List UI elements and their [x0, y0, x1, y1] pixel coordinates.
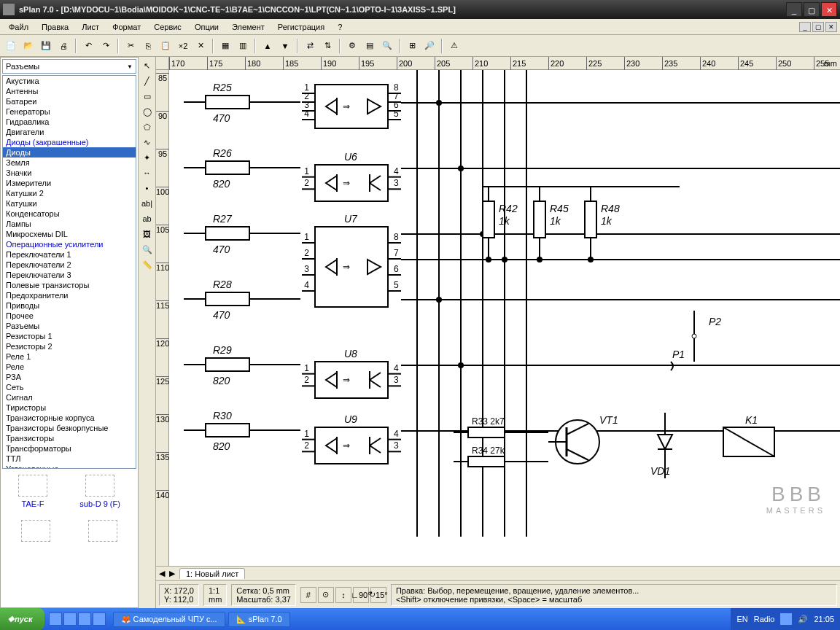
measure-tool[interactable]: 📏	[140, 257, 155, 272]
category-item[interactable]: Измерители	[3, 178, 136, 188]
rect-tool[interactable]: ▭	[140, 89, 155, 104]
ql-4[interactable]	[93, 612, 106, 626]
category-item[interactable]: Земля	[3, 158, 136, 168]
zoom-button[interactable]: 🔎	[421, 38, 438, 54]
print-button[interactable]: 🖨	[55, 38, 71, 54]
cut-button[interactable]: ✂	[122, 38, 139, 54]
category-item[interactable]: Конденсаторы	[3, 209, 136, 219]
category-item[interactable]: Лампы	[3, 219, 136, 229]
close-button[interactable]: ✕	[821, 2, 837, 17]
snap-toggle[interactable]: ⊙	[318, 587, 334, 603]
menu-options[interactable]: Опции	[189, 21, 225, 33]
category-item[interactable]: Акустика	[3, 76, 136, 86]
grid-toggle[interactable]: #	[300, 587, 316, 603]
category-item[interactable]: Прочее	[3, 311, 136, 321]
category-item[interactable]: Резисторы 1	[3, 331, 136, 341]
tray-icon[interactable]	[780, 613, 792, 625]
task-browser[interactable]: 🦊 Самодельный ЧПУ с...	[113, 612, 225, 627]
maximize-button[interactable]: ▢	[804, 2, 820, 17]
group-button[interactable]: ▦	[217, 38, 233, 54]
minimize-button[interactable]: _	[786, 2, 802, 17]
ruler-toggle[interactable]: ↕	[335, 587, 351, 603]
dup-button[interactable]: ×2	[175, 38, 191, 54]
category-item[interactable]: Переключатели 1	[3, 249, 136, 260]
copy-button[interactable]: ⎘	[140, 38, 156, 54]
category-item[interactable]: Генераторы	[3, 106, 136, 117]
flip-v-button[interactable]: ⇅	[319, 38, 335, 54]
angle-button[interactable]: ∟90°	[353, 587, 369, 603]
undo-button[interactable]: ↶	[80, 38, 96, 54]
node-tool[interactable]: •	[140, 181, 155, 195]
ql-3[interactable]	[78, 612, 91, 626]
category-item[interactable]: Катушки	[3, 198, 136, 209]
mdi-min[interactable]: _	[799, 22, 811, 32]
menu-register[interactable]: Регистрация	[272, 21, 330, 33]
category-item[interactable]: Двигатели	[3, 127, 136, 137]
schematic-canvas[interactable]: R25470 R26820 R27470 R28470 R29820 R3082…	[169, 70, 840, 566]
text-tool[interactable]: ab|	[140, 196, 155, 211]
search-button[interactable]: 🔍	[379, 38, 395, 54]
category-item[interactable]: Тиристоры	[3, 402, 136, 413]
category-item[interactable]: Резисторы 2	[3, 341, 136, 351]
zoom-tool[interactable]: 🔍	[140, 242, 155, 257]
front-button[interactable]: ▲	[260, 38, 276, 54]
symbol-subd9[interactable]: sub-D 9 (F)	[79, 475, 120, 508]
line-tool[interactable]: ╱	[140, 74, 155, 88]
category-item[interactable]: Транзисторы	[3, 433, 136, 443]
category-item[interactable]: Транзисторные корпуса	[3, 413, 136, 423]
category-item[interactable]: Транзисторы безкорпусные	[3, 423, 136, 433]
sheet-tab-1[interactable]: 1: Новый лист	[179, 568, 245, 579]
grid-button[interactable]: ⊞	[404, 38, 420, 54]
category-item[interactable]: Гидравлика	[3, 117, 136, 127]
menu-edit[interactable]: Правка	[36, 21, 74, 33]
category-item[interactable]: Предохранители	[3, 290, 136, 300]
textbox-tool[interactable]: ab	[140, 211, 155, 226]
special-tool[interactable]: ✦	[140, 150, 155, 165]
save-button[interactable]: 💾	[38, 38, 54, 54]
systray[interactable]: ENRadio 🔊21:05	[731, 608, 840, 630]
bezier-tool[interactable]: ∿	[140, 135, 155, 149]
category-item[interactable]: Установочные	[3, 464, 136, 469]
category-list[interactable]: АкустикаАнтенныБатареиГенераторыГидравли…	[2, 75, 136, 469]
circle-tool[interactable]: ◯	[140, 104, 155, 119]
list-button[interactable]: ▤	[362, 38, 378, 54]
category-item[interactable]: РЗА	[3, 372, 136, 382]
delete-button[interactable]: ✕	[192, 38, 209, 54]
warning-button[interactable]: ⚠	[446, 38, 462, 54]
category-item[interactable]: Батареи	[3, 96, 136, 106]
symbol-tae-f[interactable]: TAE-F	[18, 475, 47, 508]
ql-1[interactable]	[49, 612, 62, 626]
menu-service[interactable]: Сервис	[148, 21, 187, 33]
menu-file[interactable]: Файл	[3, 21, 34, 33]
component-button[interactable]: ⚙	[344, 38, 360, 54]
category-item[interactable]: Антенны	[3, 86, 136, 96]
menu-format[interactable]: Формат	[106, 21, 147, 33]
category-item[interactable]: Трансформаторы	[3, 443, 136, 454]
menu-help[interactable]: ?	[332, 21, 348, 33]
library-dropdown[interactable]: Разъемы	[2, 59, 136, 74]
open-button[interactable]: 📂	[20, 38, 36, 54]
rotate-button[interactable]: ↻15°	[370, 587, 386, 603]
redo-button[interactable]: ↷	[98, 38, 114, 54]
start-button[interactable]: ❖ пуск	[0, 608, 44, 630]
image-tool[interactable]: 🖼	[140, 227, 155, 241]
category-item[interactable]: Реле	[3, 362, 136, 372]
category-item[interactable]: Значки	[3, 168, 136, 178]
category-item[interactable]: Диоды	[3, 147, 136, 158]
ql-2[interactable]	[63, 612, 77, 626]
category-item[interactable]: Полевые транзисторы	[3, 280, 136, 290]
category-item[interactable]: Приводы	[3, 300, 136, 311]
poly-tool[interactable]: ⬠	[140, 120, 155, 134]
category-item[interactable]: Катушки 2	[3, 188, 136, 198]
category-item[interactable]: Разъемы	[3, 321, 136, 331]
category-item[interactable]: Операционные усилители	[3, 239, 136, 249]
mdi-max[interactable]: ▢	[812, 22, 824, 32]
flip-h-button[interactable]: ⇄	[302, 38, 318, 54]
pointer-tool[interactable]: ↖	[140, 58, 155, 73]
category-item[interactable]: Диоды (закрашенные)	[3, 137, 136, 147]
category-item[interactable]: Сеть	[3, 382, 136, 392]
category-item[interactable]: Микросхемы DIL	[3, 229, 136, 239]
ungroup-button[interactable]: ▥	[235, 38, 251, 54]
menu-sheet[interactable]: Лист	[76, 21, 105, 33]
category-item[interactable]: Переключатели 3	[3, 270, 136, 280]
